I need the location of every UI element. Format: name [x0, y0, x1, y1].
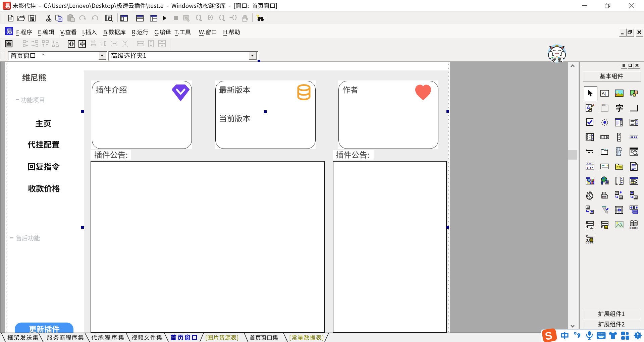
svg-text:CN: CN — [602, 104, 605, 106]
svg-text:DIR: DIR — [616, 166, 622, 169]
svg-text:ODBC: ODBC — [586, 241, 594, 244]
svg-text:1: 1 — [618, 150, 620, 154]
svg-text:A|: A| — [602, 91, 606, 96]
svg-text:ODBC: ODBC — [630, 226, 639, 230]
